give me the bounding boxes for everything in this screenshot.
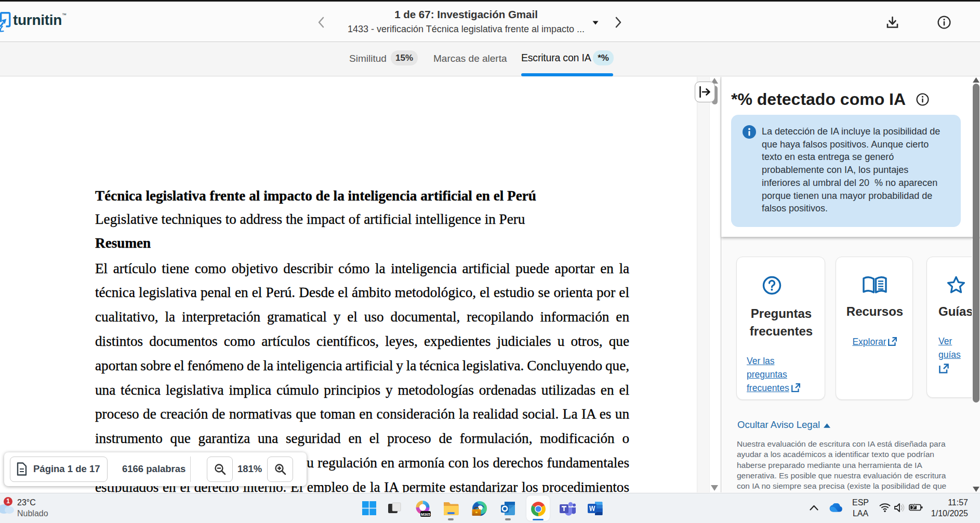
svg-text:M365: M365 (421, 512, 430, 517)
